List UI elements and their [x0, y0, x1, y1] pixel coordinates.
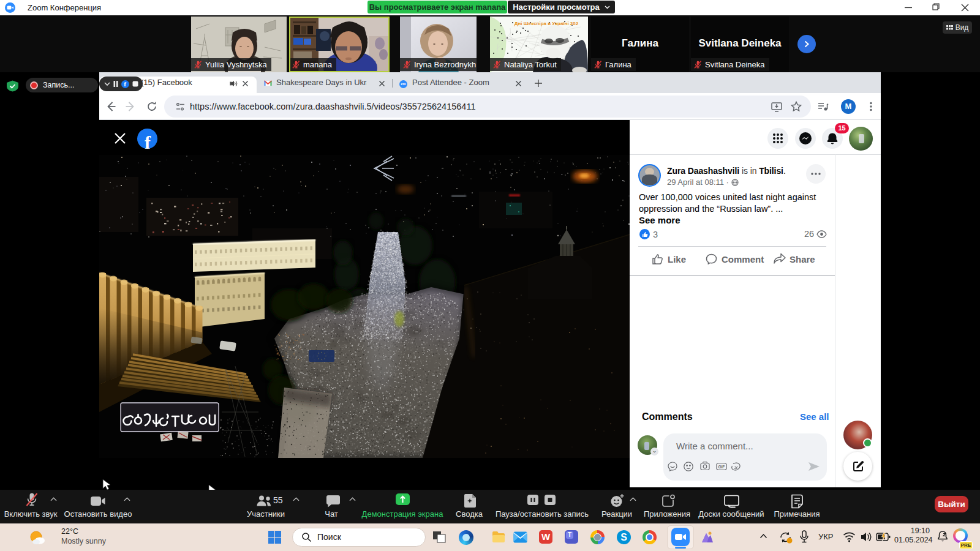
svg-text:GIF: GIF [718, 465, 725, 469]
svg-text:Дні Шекспіра в Україні 202: Дні Шекспіра в Україні 202 [514, 21, 579, 26]
